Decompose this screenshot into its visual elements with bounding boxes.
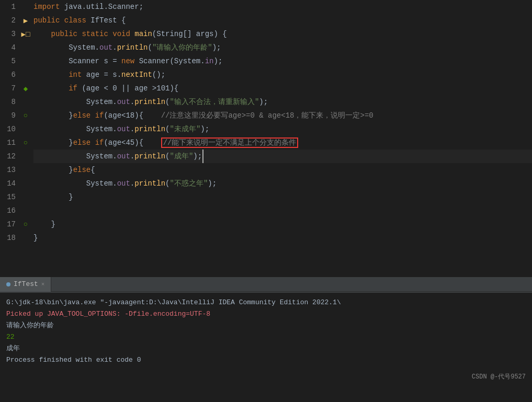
code-line-6: int age = s.nextInt();: [33, 68, 532, 82]
code-line-5: Scanner s = new Scanner(System.in);: [33, 54, 532, 68]
terminal-panel: G:\jdk-18\bin\java.exe "-javaagent:D:\Ja…: [0, 292, 532, 383]
terminal-content: G:\jdk-18\bin\java.exe "-javaagent:D:\Ja…: [0, 293, 532, 370]
tab-icon: [6, 282, 10, 286]
code-editor: 1 2 3 4 5 6 7 8 9 10 11 12 13 14 15 16 1…: [0, 0, 532, 277]
line-numbers: 1 2 3 4 5 6 7 8 9 10 11 12 13 14 15 16 1…: [0, 0, 20, 277]
code-line-16: [33, 204, 532, 217]
code-line-2: public class IfTest {: [33, 14, 532, 27]
tab-close[interactable]: ×: [41, 281, 45, 288]
code-line-7: if (age < 0 || age >101){: [33, 82, 532, 95]
code-line-13: }else{: [33, 163, 532, 177]
terminal-footer: CSDN @-代号9527: [0, 370, 532, 383]
code-line-1: import java.util.Scanner;: [33, 0, 532, 14]
code-line-14: System.out.println("不惑之年");: [33, 177, 532, 190]
code-area: 1 2 3 4 5 6 7 8 9 10 11 12 13 14 15 16 1…: [0, 0, 532, 277]
tab-bar: IfTest ×: [0, 277, 532, 292]
terminal-output-1: 请输入你的年龄: [6, 320, 526, 331]
terminal-output-5: Process finished with exit code 0: [6, 354, 526, 366]
code-line-18: }: [33, 231, 532, 245]
code-line-9: }else if(age<18){ //注意这里没必要写age>=0 & age…: [33, 109, 532, 122]
tab-iftest[interactable]: IfTest ×: [0, 277, 51, 292]
code-line-3: public static void main(String[] args) {: [33, 27, 532, 41]
terminal-output-3: 成年: [6, 343, 526, 354]
terminal-output-2: 22: [6, 331, 526, 343]
code-line-8: System.out.println("输入不合法，请重新输入");: [33, 95, 532, 109]
code-line-17: }: [33, 217, 532, 231]
terminal-cmd-line: G:\jdk-18\bin\java.exe "-javaagent:D:\Ja…: [6, 297, 526, 308]
tab-label: IfTest: [14, 280, 38, 288]
code-line-12: System.out.println("成年");: [33, 150, 532, 163]
terminal-warn-line: Picked up JAVA_TOOL_OPTIONS: -Dfile.enco…: [6, 308, 526, 320]
code-line-4: System.out.println("请输入你的年龄");: [33, 41, 532, 54]
code-line-11: }else if(age<45){ //能下来说明一定不满足上个分支的条件: [33, 136, 532, 150]
credit-text: CSDN @-代号9527: [472, 372, 526, 381]
gutter: ▶ ▶□ ◆ ○ ○ ○: [20, 0, 31, 277]
code-content: import java.util.Scanner; public class I…: [31, 0, 532, 277]
code-line-10: System.out.println("未成年");: [33, 122, 532, 136]
code-line-15: }: [33, 190, 532, 204]
